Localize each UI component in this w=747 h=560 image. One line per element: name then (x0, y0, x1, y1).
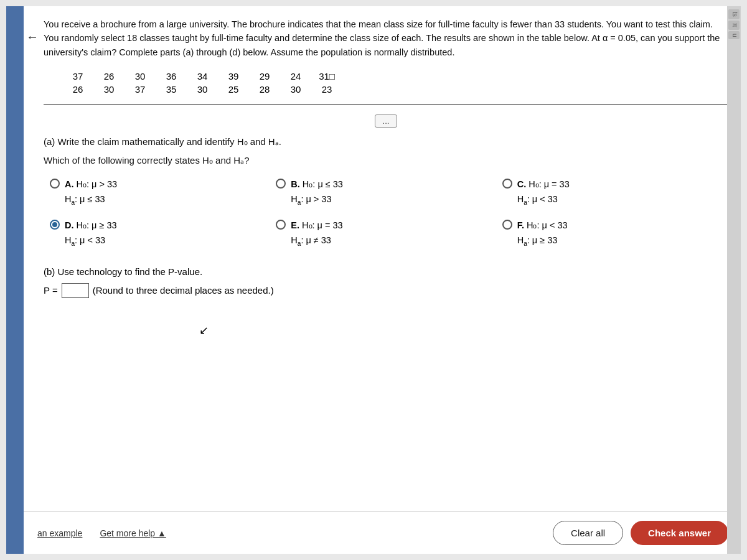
option-d-ha: Ha: μ < 33 (65, 235, 105, 245)
data-cell: 30 (93, 83, 125, 95)
option-a[interactable]: A. H₀: μ > 33 Ha: μ ≤ 33 (50, 177, 276, 207)
data-cell: 39 (218, 70, 249, 82)
option-a-ha: Ha: μ ≤ 33 (65, 194, 105, 204)
divider (44, 104, 728, 105)
right-panel: ts π u (727, 6, 741, 554)
data-cell: 29 (249, 70, 280, 82)
option-e-h0: H₀: μ = 33 (302, 220, 343, 230)
data-cell: 30 (280, 83, 311, 95)
option-f-text: F. H₀: μ < 33 Ha: μ ≥ 33 (517, 218, 568, 248)
option-f-h0: H₀: μ < 33 (527, 220, 568, 230)
p-value-input[interactable] (62, 283, 89, 298)
data-cell: 26 (62, 83, 93, 95)
data-cell: 34 (187, 70, 218, 82)
radio-d[interactable] (50, 220, 60, 230)
p-label: P = (44, 285, 58, 296)
data-cell: 36 (156, 70, 187, 82)
check-answer-button[interactable]: Check answer (631, 521, 728, 545)
option-d-h0: H₀: μ ≥ 33 (77, 220, 117, 230)
radio-f[interactable] (502, 220, 512, 230)
data-cell: 31□ (311, 70, 342, 82)
option-d[interactable]: D. H₀: μ ≥ 33 Ha: μ < 33 (50, 218, 276, 248)
page-container: ← You receive a brochure from a large un… (6, 6, 741, 554)
option-e-ha: Ha: μ ≠ 33 (291, 235, 331, 245)
radio-c[interactable] (502, 179, 512, 189)
footer-left: an example Get more help ▲ (37, 528, 166, 538)
option-a-h0: H₀: μ > 33 (77, 179, 118, 189)
option-f-ha: Ha: μ ≥ 33 (517, 235, 558, 245)
more-button[interactable]: ... (375, 114, 398, 128)
option-f[interactable]: F. H₀: μ < 33 Ha: μ ≥ 33 (502, 218, 728, 248)
option-a-label: A. (65, 179, 77, 189)
more-button-area: ... (44, 114, 728, 128)
data-cell: 26 (93, 70, 125, 82)
problem-text: You receive a brochure from a large univ… (44, 17, 728, 59)
radio-a[interactable] (50, 179, 60, 189)
option-c-ha: Ha: μ < 33 (517, 194, 558, 204)
option-b-h0: H₀: μ ≤ 33 (303, 179, 343, 189)
option-e[interactable]: E. H₀: μ = 33 Ha: μ ≠ 33 (276, 218, 502, 248)
left-sidebar-bar (6, 6, 24, 554)
data-cell: 25 (218, 83, 249, 95)
option-d-text: D. H₀: μ ≥ 33 Ha: μ < 33 (65, 218, 117, 248)
radio-b[interactable] (276, 179, 286, 189)
option-c-label: C. (517, 179, 529, 189)
option-e-text: E. H₀: μ = 33 Ha: μ ≠ 33 (291, 218, 342, 248)
data-cell: 35 (156, 83, 187, 95)
footer-buttons: Clear all Check answer (553, 521, 728, 545)
data-cell: 37 (62, 70, 93, 82)
option-e-label: E. (291, 220, 302, 230)
option-b[interactable]: B. H₀: μ ≤ 33 Ha: μ > 33 (276, 177, 502, 207)
p-value-row: P = (Round to three decimal places as ne… (44, 283, 728, 298)
main-content: You receive a brochure from a large univ… (37, 6, 741, 511)
data-cell: 37 (125, 83, 156, 95)
data-cell: 30 (187, 83, 218, 95)
data-table: 37 26 30 36 34 39 29 24 31□ 26 30 37 35 … (62, 70, 728, 95)
part-b-section: (b) Use technology to find the P-value. … (44, 266, 728, 303)
option-a-text: A. H₀: μ > 33 Ha: μ ≤ 33 (65, 177, 117, 207)
option-c-h0: H₀: μ = 33 (529, 179, 570, 189)
back-arrow-button[interactable]: ← (26, 30, 39, 44)
clear-all-button[interactable]: Clear all (553, 521, 623, 545)
option-c-text: C. H₀: μ = 33 Ha: μ < 33 (517, 177, 570, 207)
footer: an example Get more help ▲ Clear all Che… (6, 511, 741, 554)
option-b-text: B. H₀: μ ≤ 33 Ha: μ > 33 (291, 177, 343, 207)
data-cell: 23 (311, 83, 342, 95)
right-tab-u[interactable]: u (728, 31, 740, 40)
part-a-title: (a) Write the claim mathematically and i… (44, 136, 728, 147)
right-tab-ts[interactable]: ts (728, 9, 740, 19)
option-f-label: F. (517, 220, 527, 230)
right-tab-pi[interactable]: π (728, 21, 740, 30)
p-hint: (Round to three decimal places as needed… (93, 285, 274, 296)
data-cell: 28 (249, 83, 280, 95)
data-cell: 24 (280, 70, 311, 82)
help-link[interactable]: Get more help ▲ (100, 528, 166, 538)
data-cell: 30 (125, 70, 156, 82)
part-b-title: (b) Use technology to find the P-value. (44, 266, 728, 277)
radio-e[interactable] (276, 220, 286, 230)
option-b-label: B. (291, 179, 303, 189)
part-a-question: Which of the following correctly states … (44, 155, 728, 166)
option-d-label: D. (65, 220, 77, 230)
option-c[interactable]: C. H₀: μ = 33 Ha: μ < 33 (502, 177, 728, 207)
cursor-pointer: ↙ (199, 324, 209, 337)
example-link[interactable]: an example (37, 528, 82, 538)
option-b-ha: Ha: μ > 33 (291, 194, 331, 204)
options-grid: A. H₀: μ > 33 Ha: μ ≤ 33 B. H₀: μ ≤ 33 H… (50, 177, 728, 248)
